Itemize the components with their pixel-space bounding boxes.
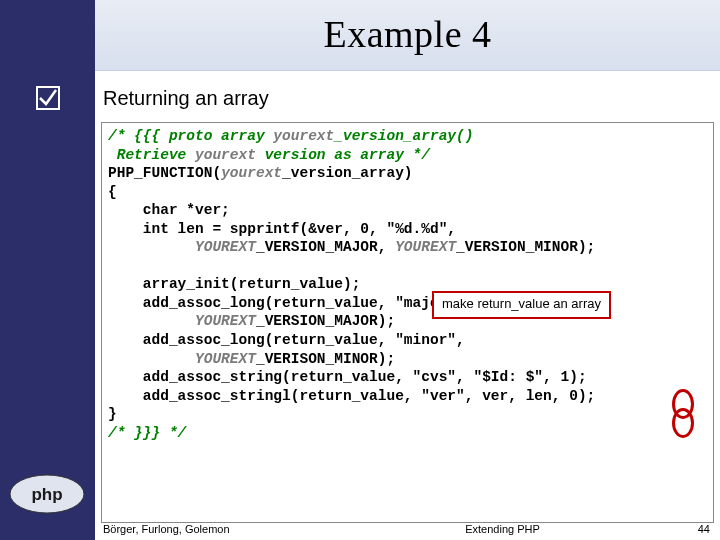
code-text: PHP_FUNCTION(	[108, 165, 221, 181]
code-text: yourext	[221, 165, 282, 181]
php-logo-icon: php	[8, 473, 86, 515]
content: Example 4 Returning an array /* {{{ prot…	[95, 0, 720, 540]
footer-page: 44	[680, 523, 720, 535]
code-text: yourext	[195, 147, 256, 163]
checkmark-box-icon	[36, 86, 60, 110]
code-text	[108, 239, 195, 255]
code-text: array_init(return_value);	[108, 276, 360, 292]
code-text: YOUREXT	[195, 313, 256, 329]
code-text: _VERISON_MINOR);	[256, 351, 395, 367]
code-text: _version_array()	[334, 128, 473, 144]
annotation-callout: make return_value an array	[432, 291, 611, 319]
code-text: {	[108, 184, 117, 200]
code-text: add_assoc_string(return_value, "cvs", "$…	[108, 369, 587, 385]
code-text: _VERSION_MAJOR,	[256, 239, 395, 255]
code-text: }	[108, 406, 117, 422]
code-text: yourext	[273, 128, 334, 144]
code-text	[108, 313, 195, 329]
code-text: YOUREXT	[195, 351, 256, 367]
slide-title: Example 4	[95, 12, 720, 56]
slide-subtitle: Returning an array	[103, 87, 720, 110]
svg-text:php: php	[31, 485, 62, 504]
code-text: version as array */	[256, 147, 430, 163]
code-text: char *ver;	[108, 202, 230, 218]
sidebar: php	[0, 0, 95, 540]
footer-title: Extending PHP	[325, 523, 680, 535]
code-text: add_assoc_stringl(return_value, "ver", v…	[108, 388, 595, 404]
code-text: add_assoc_long(return_value, "major",	[108, 295, 465, 311]
oval-highlight-icon	[672, 408, 694, 438]
code-text: _version_array)	[282, 165, 413, 181]
title-band: Example 4	[95, 0, 720, 71]
code-text: add_assoc_long(return_value, "minor",	[108, 332, 465, 348]
code-text: Retrieve	[108, 147, 195, 163]
code-text	[108, 351, 195, 367]
slide: php Example 4 Returning an array /* {{{ …	[0, 0, 720, 540]
subtitle-band: Returning an array	[95, 71, 720, 122]
code-text: YOUREXT	[395, 239, 456, 255]
footer-authors: Börger, Furlong, Golemon	[95, 523, 325, 535]
code-text: /* {{{ proto array	[108, 128, 273, 144]
footer: Börger, Furlong, Golemon Extending PHP 4…	[95, 518, 720, 540]
code-text: _VERSION_MINOR);	[456, 239, 595, 255]
code-text: int len = spprintf(&ver, 0, "%d.%d",	[108, 221, 456, 237]
code-text: /* }}} */	[108, 425, 186, 441]
code-block: /* {{{ proto array yourext_version_array…	[101, 122, 714, 523]
code-text: YOUREXT	[195, 239, 256, 255]
code-text: _VERSION_MAJOR);	[256, 313, 395, 329]
